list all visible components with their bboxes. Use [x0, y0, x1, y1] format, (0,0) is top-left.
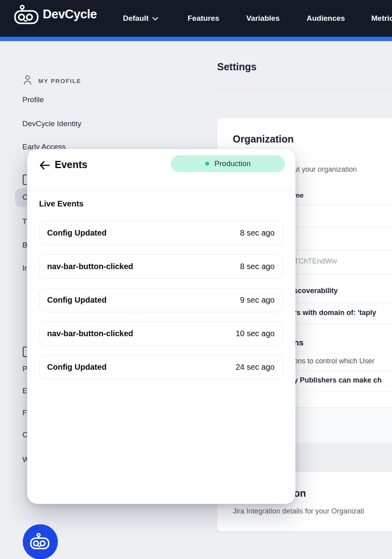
event-row[interactable]: Config Updated 24 sec ago	[39, 355, 283, 379]
environment-dot-icon	[205, 162, 209, 166]
jira-description: Jira Integration details for your Organi…	[233, 507, 364, 515]
sidebar-section-my-profile: MY PROFILE	[22, 74, 81, 87]
sidebar-item-profile[interactable]: Profile	[22, 95, 44, 104]
title-divider	[217, 89, 392, 90]
sidebar-item-fragment-3[interactable]: B	[22, 241, 28, 250]
event-time: 8 sec ago	[240, 228, 275, 238]
event-name: Config Updated	[47, 295, 107, 305]
top-navigation-bar: DevCycle Default Features Variables Audi…	[0, 0, 392, 37]
publishers-text-fragment: y Publishers can make ch	[294, 376, 382, 385]
nav-features[interactable]: Features	[188, 0, 219, 37]
organization-id-value: TChTEndWw	[294, 257, 337, 266]
brand-wordmark: DevCycle	[43, 7, 97, 22]
robot-face-icon	[30, 532, 51, 551]
event-name: Config Updated	[47, 363, 107, 372]
nav-audiences[interactable]: Audiences	[307, 0, 345, 37]
sidebar-item-fragment-7[interactable]: F	[22, 408, 27, 417]
event-time: 8 sec ago	[240, 262, 275, 271]
sidebar-item-devcycle-identity[interactable]: DevCycle Identity	[22, 119, 81, 128]
domain-text-fragment: rs with domain of: 'taply	[294, 309, 376, 317]
event-time: 24 sec ago	[236, 363, 275, 372]
person-icon	[22, 74, 33, 87]
modal-header: Events Production	[27, 149, 295, 191]
organization-card-title: Organization	[233, 133, 294, 145]
organization-section-icon	[23, 174, 27, 185]
event-name: nav-bar-button-clicked	[47, 262, 133, 271]
back-button[interactable]	[37, 158, 53, 174]
project-dropdown[interactable]: Default	[123, 0, 158, 37]
modal-title: Events	[55, 159, 87, 170]
devcycle-dashboard: DevCycle Default Features Variables Audi…	[0, 0, 392, 559]
event-row[interactable]: nav-bar-button-clicked 8 sec ago	[39, 254, 283, 279]
jira-heading-fragment: on	[294, 488, 306, 499]
sidebar-header-label: MY PROFILE	[38, 77, 81, 84]
event-name: Config Updated	[47, 228, 107, 238]
accent-bar	[0, 37, 392, 41]
sidebar-item-fragment-6[interactable]: E	[22, 387, 28, 395]
live-events-heading: Live Events	[39, 199, 83, 208]
permissions-desc-fragment: ons to control which User	[294, 357, 374, 365]
event-time: 10 sec ago	[236, 329, 275, 338]
live-events-modal: Events Production Live Events Config Upd…	[27, 149, 295, 504]
sidebar-item-fragment-5[interactable]: P	[22, 365, 28, 373]
organization-subtitle-fragment: ut your organization	[294, 165, 357, 174]
devcycle-logo[interactable]: DevCycle	[14, 4, 97, 24]
devcycle-assistant-button[interactable]	[23, 524, 58, 559]
event-row[interactable]: nav-bar-button-clicked 10 sec ago	[39, 321, 283, 346]
nav-variables[interactable]: Variables	[246, 0, 279, 37]
page-title: Settings	[217, 61, 257, 73]
robot-logo-icon	[14, 4, 39, 24]
nav-metrics[interactable]: Metrics	[371, 0, 392, 37]
event-row[interactable]: Config Updated 8 sec ago	[39, 221, 283, 245]
project-section-icon	[23, 347, 27, 357]
chevron-down-icon	[152, 14, 158, 23]
environment-name: Production	[214, 159, 251, 168]
environment-badge[interactable]: Production	[171, 155, 285, 172]
arrow-left-icon	[39, 160, 51, 172]
event-time: 9 sec ago	[240, 295, 275, 305]
event-row[interactable]: Config Updated 9 sec ago	[39, 288, 283, 312]
event-name: nav-bar-button-clicked	[47, 329, 133, 338]
discoverability-label-fragment: scoverability	[294, 287, 338, 295]
sidebar-item-fragment-2[interactable]: T	[22, 217, 27, 226]
